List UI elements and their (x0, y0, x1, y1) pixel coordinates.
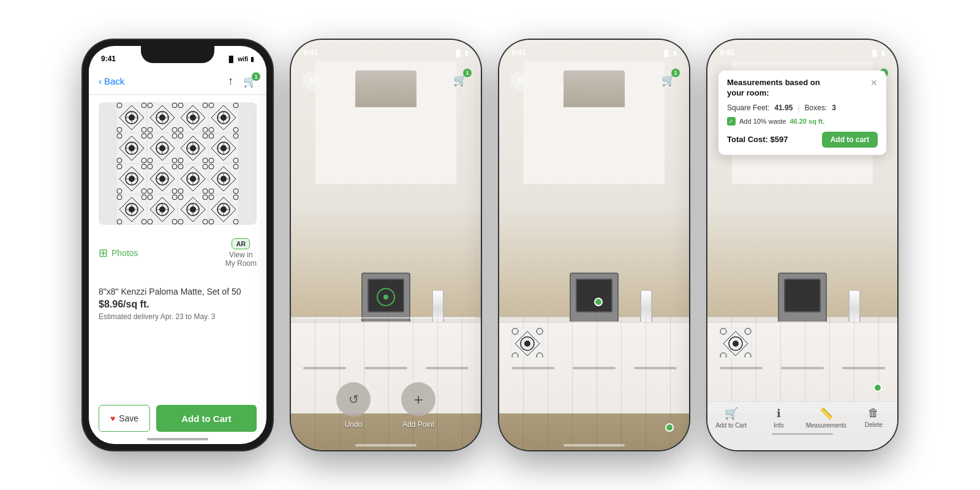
status-bar-4: 9:41 ▐▌ ▮ (707, 40, 897, 62)
back-label: Back (104, 76, 124, 86)
toolbar-add-to-cart[interactable]: 🛒 Add to Cart (707, 407, 755, 429)
share-button[interactable]: ↑ (228, 75, 233, 88)
toolbar-delete-label: Delete (865, 421, 883, 428)
heart-icon: ♥ (110, 413, 115, 423)
status-time-2: 9:41 (303, 48, 318, 57)
total-cost-text: Total Cost: $597 (727, 135, 788, 144)
panel-add-to-cart-button[interactable]: Add to cart (822, 132, 878, 148)
save-button[interactable]: ♥ Save (99, 405, 150, 432)
ar-bottom-controls: ↺ Undo + Add Point (291, 382, 481, 429)
battery-icon-3: ▮ (673, 50, 677, 56)
status-time-3: 9:41 (511, 48, 526, 57)
oven-window-4 (784, 279, 821, 312)
scan-point (377, 288, 395, 306)
phone-2-screen: 9:41 ▐▌ ▮ ✕ 🛒 1 ↺ Undo + Add Point (291, 40, 481, 450)
toolbar-info[interactable]: ℹ Info (755, 407, 803, 429)
toolbar-measurements[interactable]: 📏 Measurements (802, 407, 850, 429)
product-price: $8.96/sq ft. (99, 299, 257, 310)
add-to-cart-button[interactable]: Add to Cart (156, 405, 257, 432)
phone-3-screen: 9:41 ▐▌ ▮ ✕ 🛒 1 (499, 40, 689, 450)
ar-view-button[interactable]: AR View inMy Room (225, 238, 257, 268)
nav-icons: ↑ 🛒 1 (228, 75, 257, 88)
home-indicator-1 (147, 438, 208, 440)
phone-2: 9:41 ▐▌ ▮ ✕ 🛒 1 ↺ Undo + Add Point (291, 40, 481, 450)
status-bar-2: 9:41 ▐▌ ▮ (291, 40, 481, 62)
floor-area-3 (499, 315, 689, 450)
grid-icon: ⊞ (99, 246, 108, 260)
add-point-label: Add Point (402, 420, 434, 429)
svg-rect-10 (116, 102, 239, 225)
status-icons-3: ▐▌ ▮ (662, 50, 677, 56)
green-dot-4 (873, 383, 882, 392)
oven-window-3 (576, 279, 612, 312)
tile-overlay-3 (511, 328, 677, 450)
ar-close-button-2[interactable]: ✕ (302, 70, 322, 90)
cart-badge-1: 1 (252, 72, 260, 81)
photos-button[interactable]: ⊞ Photos (99, 246, 138, 260)
phone-4-screen: 9:41 ▐▌ ▮ ✕ 🛒 1 Measurements based on yo… (707, 40, 897, 450)
battery-icon: ▮ (251, 56, 254, 62)
nav-bar-1: ‹ Back ↑ 🛒 1 (89, 68, 266, 95)
kitchen-bg-3 (499, 40, 689, 450)
home-indicator-3 (564, 444, 625, 447)
ar-cart-button-3[interactable]: 🛒 1 (658, 70, 678, 90)
home-indicator-2 (355, 444, 417, 447)
sq-ft-label: Square Feet: (727, 104, 769, 112)
ar-badge: AR (232, 238, 250, 249)
boxes-label: Boxes: (805, 104, 827, 112)
signal-icon: ▐▌ (227, 56, 235, 62)
ar-label: View inMy Room (225, 251, 257, 268)
panel-title: Measurements based on your room: (727, 78, 825, 99)
measurements-row: Square Feet: 41.95 | Boxes: 3 (727, 104, 878, 112)
bottom-buttons: ♥ Save Add to Cart (99, 405, 257, 432)
cart-button[interactable]: 🛒 1 (243, 75, 257, 88)
boxes-value: 3 (832, 104, 836, 112)
phone-4: 9:41 ▐▌ ▮ ✕ 🛒 1 Measurements based on yo… (707, 40, 897, 450)
status-icons-1: ▐▌ wifi ▮ (227, 56, 254, 62)
status-icons-2: ▐▌ ▮ (454, 50, 469, 56)
status-icons-4: ▐▌ ▮ (870, 50, 885, 56)
range-hood-3 (564, 70, 625, 107)
product-name: 8"x8" Kenzzi Paloma Matte, Set of 50 (99, 287, 257, 296)
green-dot-tl (594, 298, 603, 306)
back-button[interactable]: ‹ Back (99, 76, 124, 86)
notch-1 (141, 46, 214, 63)
ar-cart-badge-3: 1 (671, 69, 680, 77)
product-info: 8"x8" Kenzzi Paloma Matte, Set of 50 $8.… (89, 279, 266, 328)
product-image (99, 102, 257, 225)
toolbar-info-label: Info (774, 422, 784, 429)
toolbar-delete-icon: 🗑 (868, 407, 879, 420)
add-to-cart-label: Add to Cart (181, 413, 232, 424)
delivery-text: Estimated delivery Apr. 23 to May. 3 (99, 312, 257, 321)
toolbar-info-icon: ℹ (777, 407, 781, 420)
undo-button[interactable]: ↺ Undo (336, 382, 371, 429)
toolbar-delete[interactable]: 🗑 Delete (850, 407, 898, 428)
phone-1: 9:41 ▐▌ wifi ▮ ‹ Back ↑ 🛒 1 (83, 40, 273, 450)
toolbar-measurements-label: Measurements (806, 422, 846, 429)
kitchen-scene-3 (499, 40, 689, 450)
panel-close-button[interactable]: ✕ (870, 78, 878, 88)
phone-3: 9:41 ▐▌ ▮ ✕ 🛒 1 (499, 40, 689, 450)
ar-cart-button-2[interactable]: 🛒 1 (450, 70, 470, 90)
waste-checkbox[interactable]: ✓ (727, 117, 736, 126)
status-bar-3: 9:41 ▐▌ ▮ (499, 40, 689, 62)
battery-icon-4: ▮ (881, 50, 885, 56)
status-time-4: 9:41 (720, 48, 734, 57)
total-label: Total Cost: (727, 135, 768, 144)
signal-icon-3: ▐▌ (662, 50, 671, 56)
undo-icon-circle: ↺ (336, 382, 371, 417)
toolbar-cart-icon: 🛒 (725, 407, 738, 420)
measurements-panel: Measurements based on your room: ✕ Squar… (718, 70, 886, 155)
add-point-icon-circle: + (401, 382, 435, 417)
svg-rect-18 (511, 328, 543, 358)
toolbar-add-to-cart-label: Add to Cart (715, 422, 747, 429)
range-hood-2 (355, 70, 417, 107)
product-image-container (99, 102, 257, 225)
ar-close-button-3[interactable]: ✕ (510, 70, 530, 90)
scan-line (297, 317, 475, 318)
photos-label: Photos (111, 248, 138, 258)
add-point-button[interactable]: + Add Point (401, 382, 435, 429)
waste-row: ✓ Add 10% waste 46.20 sq ft. (727, 117, 878, 126)
sq-ft-value: 41.95 (774, 104, 793, 112)
ar-cart-badge-2: 1 (463, 69, 472, 77)
